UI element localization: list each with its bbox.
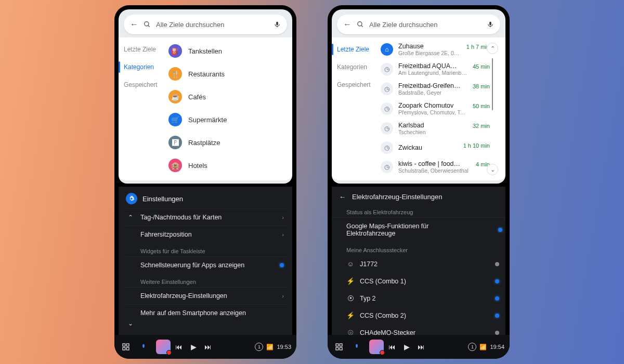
toggle-on-icon[interactable] [495,314,499,318]
search-bar[interactable]: ← Alle Ziele durchsuchen [337,15,500,34]
setting-quick-controls[interactable]: Schnellsteuerung für Apps anzeigen [126,256,287,274]
notification-badge[interactable]: 1 [255,343,263,351]
back-icon[interactable]: ← [343,20,352,29]
category-item[interactable]: ☕Cafés [166,85,288,108]
setting-seat[interactable]: Fahrersitzposition › [126,226,287,243]
play-icon[interactable]: ▶ [400,341,413,353]
toggle-on-icon[interactable] [495,279,499,283]
nav-bar: ⏮ ▶ ⏭ 1 📶 19:53 [114,335,296,359]
tab-saved[interactable]: Gespeichert [332,76,380,94]
album-art[interactable] [369,340,384,354]
plug-item[interactable]: ⚡CCS (Combo 1) [332,272,505,290]
destination-item[interactable]: ◷ Zoopark ChomutovPřemyslova, Chomutov, … [380,99,491,119]
back-icon[interactable]: ← [130,20,138,29]
destination-title: Zoopark Chomutov [398,102,467,109]
plug-label: Typ 2 [360,295,376,302]
search-input[interactable]: Alle Ziele durchsuchen [369,21,482,29]
plug-item[interactable]: ⦾CHAdeMO-Stecker [332,324,505,335]
category-icon: 🅿 [168,136,182,149]
destination-subtitle: Große Biergasse 2E, 08056 Z… [398,50,461,56]
category-item[interactable]: 🏨Hotels [166,154,288,177]
album-art[interactable] [156,340,171,354]
search-input[interactable]: Alle Ziele durchsuchen [156,21,268,29]
destination-item[interactable]: ◷ Freizeitbad AQUA…Am Lautengrund, Marie… [380,59,491,79]
clock: 19:53 [277,344,291,350]
media-controls: ⏮ ▶ ⏭ [369,340,427,354]
destination-item[interactable]: ◷ KarlsbadTschechien 32 min [380,119,491,138]
maps-panel: ← Alle Ziele durchsuchen Letzte Ziele Ka… [332,9,505,184]
plug-icon: ⚡ [346,311,355,319]
signal-icon: 📶 [479,344,487,350]
toggle-on-icon[interactable] [495,296,499,301]
plug-label: J1772 [360,261,378,268]
destination-item[interactable]: ◷ Freizeitbad-Greifen…Badstraße, Geyer 3… [380,79,491,99]
setting-maps-ev-features[interactable]: Google Maps-Funktionen für Elektrofahrze… [332,217,505,242]
group-widgets: Widgets für die Taskleiste [126,243,287,256]
chevron-down-icon[interactable]: ⌄ [128,320,133,327]
next-track-icon[interactable]: ⏭ [415,341,427,353]
tab-saved[interactable]: Gespeichert [119,76,166,94]
assistant-icon[interactable] [137,341,150,353]
category-item[interactable]: ⛽Tankstellen [166,40,288,62]
next-track-icon[interactable]: ⏭ [202,341,214,353]
category-label: Cafés [188,93,206,101]
mic-icon[interactable] [487,21,494,28]
plug-icon: ☺ [346,260,355,268]
tabs-column: Letzte Ziele Kategorien Gespeichert [332,37,380,180]
prev-track-icon[interactable]: ⏮ [386,341,398,353]
tab-categories[interactable]: Kategorien [119,58,166,76]
destination-item[interactable]: ◷ Zwickau 1 h 10 min [380,138,491,157]
assistant-icon[interactable] [350,341,363,353]
scroll-down-button[interactable]: ⌄ [487,164,498,175]
plug-item[interactable]: ⦿Typ 2 [332,290,505,307]
search-bar[interactable]: ← Alle Ziele durchsuchen [124,15,287,34]
destination-item[interactable]: ◷ kiwis - coffee | food…Schulstraße, Obe… [380,157,491,177]
status-cluster: 1 📶 19:53 [255,343,291,351]
scrollbar[interactable] [492,58,493,110]
setting-label: Tag-/Nachtmodus für Karten [140,214,222,221]
history-icon: ◷ [381,161,393,173]
destination-item[interactable]: ⌂ ZuhauseGroße Biergasse 2E, 08056 Z… 1 … [380,40,491,59]
destination-eta: 45 min [473,63,490,70]
plug-item[interactable]: ☺J1772 [332,255,505,272]
tab-recent[interactable]: Letzte Ziele [119,41,166,58]
svg-line-9 [361,25,363,27]
scroll-up-button[interactable]: ⌃ [487,43,498,54]
back-icon[interactable]: ← [339,193,346,201]
toggle-on-icon[interactable] [280,263,284,267]
chevron-right-icon: › [282,293,284,299]
prev-track-icon[interactable]: ⏮ [173,341,185,353]
svg-line-1 [148,25,150,27]
destination-eta: 50 min [473,103,490,109]
setting-label: Fahrersitzposition [140,231,192,238]
notification-badge[interactable]: 1 [468,343,476,351]
apps-icon[interactable] [333,341,345,353]
toggle-off-icon[interactable] [495,331,499,335]
setting-ev[interactable]: Elektrofahrzeug-Einstellungen › [126,287,287,304]
play-icon[interactable]: ▶ [187,341,200,353]
destination-subtitle: Am Lautengrund, Marienberg [398,70,467,76]
setting-daynight[interactable]: ⌃ Tag-/Nachtmodus für Karten › [126,209,287,226]
category-item[interactable]: 🍴Restaurants [166,62,288,85]
mic-icon[interactable] [274,21,281,28]
category-label: Rastplätze [188,139,220,147]
toggle-on-icon[interactable] [498,228,502,232]
setting-more-on-phone[interactable]: Mehr auf dem Smartphone anzeigen [126,304,287,321]
svg-rect-13 [336,347,339,350]
category-item[interactable]: 🛒Supermärkte [166,108,288,131]
group-ev-status: Status als Elektrofahrzeug [332,204,505,217]
svg-point-0 [145,22,149,26]
chevron-up-icon[interactable]: ⌃ [128,214,133,221]
svg-rect-14 [340,347,342,350]
tab-recent[interactable]: Letzte Ziele [332,41,380,58]
history-icon: ◷ [381,63,393,75]
toggle-off-icon[interactable] [495,262,499,266]
plug-icon: ⦾ [346,329,355,335]
category-item[interactable]: 🅿Rastplätze [166,131,288,154]
destination-subtitle: Tschechien [398,129,467,135]
plug-item[interactable]: ⚡CCS (Combo 2) [332,307,505,324]
svg-rect-2 [276,22,278,25]
apps-icon[interactable] [120,341,132,353]
destination-list: ⌂ ZuhauseGroße Biergasse 2E, 08056 Z… 1 … [380,37,505,180]
tab-categories[interactable]: Kategorien [332,58,380,76]
